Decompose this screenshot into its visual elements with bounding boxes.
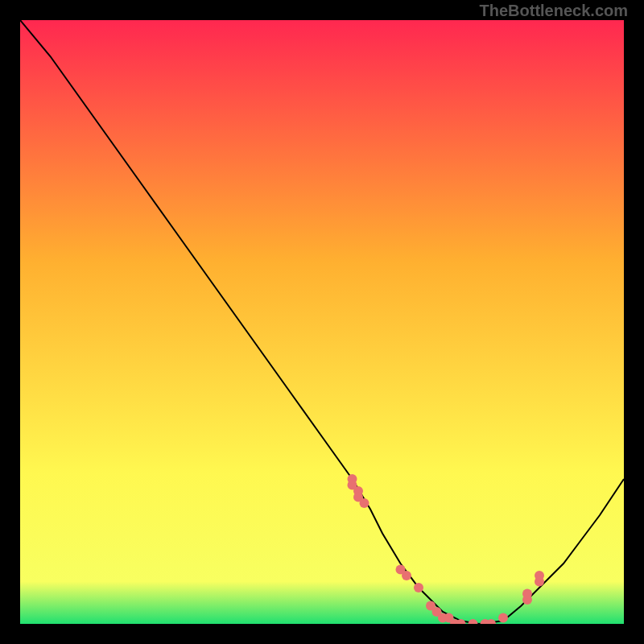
data-marker xyxy=(522,589,532,599)
data-marker xyxy=(414,583,423,592)
data-marker xyxy=(360,498,369,508)
watermark-text: TheBottleneck.com xyxy=(480,2,628,20)
chart-plot-area xyxy=(20,20,624,624)
data-marker xyxy=(535,571,544,580)
data-marker xyxy=(498,613,508,623)
data-marker xyxy=(402,571,411,580)
gradient-background xyxy=(20,20,624,624)
chart-svg xyxy=(20,20,624,624)
